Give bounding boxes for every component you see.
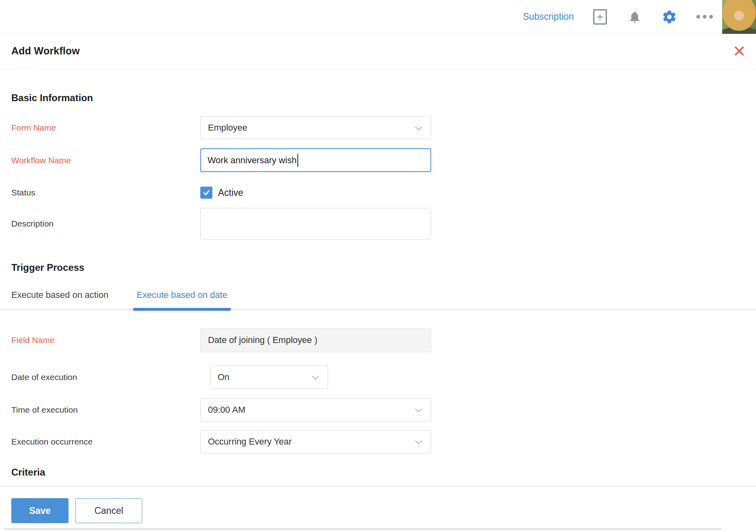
- workflow-name-input[interactable]: Work anniversary wish: [200, 148, 431, 172]
- execution-occurrence-label: Execution occurrence: [11, 437, 200, 447]
- form-name-label: Form Name: [11, 123, 200, 133]
- date-of-execution-label: Date of execution: [11, 372, 200, 382]
- text-caret: [297, 154, 298, 167]
- chevron-down-icon: [415, 437, 422, 444]
- basic-information-heading: Basic Information: [11, 69, 745, 104]
- page-title: Add Workflow: [11, 45, 80, 57]
- tab-execute-based-on-date[interactable]: Execute based on date: [137, 279, 227, 309]
- field-name-row: Field Name Date of joining ( Employee ): [11, 328, 745, 352]
- active-checkbox-label[interactable]: Active: [218, 187, 243, 198]
- form-name-select[interactable]: Employee: [200, 116, 431, 139]
- description-row: Description: [11, 208, 745, 239]
- more-icon[interactable]: [696, 15, 713, 19]
- active-checkbox[interactable]: [200, 187, 212, 199]
- form-name-value: Employee: [208, 123, 247, 133]
- field-name-label: Field Name: [11, 335, 200, 345]
- subscription-link[interactable]: Subscription: [523, 11, 574, 22]
- gear-icon[interactable]: [662, 9, 677, 25]
- close-icon: [734, 46, 745, 56]
- workflow-name-label: Workflow Name: [11, 156, 200, 165]
- modal-header: Add Workflow: [0, 34, 756, 69]
- chevron-down-icon: [312, 372, 319, 380]
- status-row: Status Active: [11, 187, 745, 199]
- workflow-name-value: Work anniversary wish: [208, 155, 297, 166]
- topbar: Subscription +: [0, 0, 756, 34]
- workflow-name-row: Workflow Name Work anniversary wish: [11, 148, 745, 172]
- active-tab-indicator: [133, 308, 231, 311]
- description-label: Description: [11, 219, 200, 229]
- criteria-heading: Criteria: [11, 466, 745, 478]
- date-of-execution-row: Date of execution On: [11, 366, 745, 389]
- time-of-execution-select[interactable]: 09:00 AM: [200, 398, 431, 422]
- date-of-execution-select[interactable]: On: [210, 366, 328, 389]
- trigger-fields: Field Name Date of joining ( Employee ) …: [11, 328, 745, 453]
- chevron-down-icon: [415, 123, 422, 130]
- cancel-button[interactable]: Cancel: [75, 498, 142, 523]
- bell-icon[interactable]: [628, 10, 642, 24]
- execution-occurrence-select[interactable]: Occurring Every Year: [200, 430, 431, 453]
- date-of-execution-value: On: [218, 372, 229, 382]
- trigger-process-heading: Trigger Process: [11, 262, 745, 274]
- chevron-down-icon: [415, 405, 422, 412]
- save-button[interactable]: Save: [11, 498, 69, 523]
- form-name-row: Form Name Employee: [11, 116, 745, 139]
- field-name-input: Date of joining ( Employee ): [200, 328, 431, 352]
- avatar[interactable]: [722, 0, 756, 34]
- footer: Save Cancel: [0, 486, 756, 532]
- add-square-icon[interactable]: +: [593, 9, 607, 25]
- form-content: Basic Information Form Name Employee Wor…: [0, 69, 756, 486]
- description-textarea[interactable]: [200, 208, 431, 239]
- close-button[interactable]: [734, 46, 745, 56]
- time-of-execution-label: Time of execution: [11, 405, 200, 415]
- checkmark-icon: [202, 189, 210, 197]
- trigger-tabs: Execute based on action Execute based on…: [0, 279, 756, 310]
- field-name-value: Date of joining ( Employee ): [208, 335, 317, 345]
- tab-label: Execute based on date: [137, 290, 227, 300]
- time-of-execution-row: Time of execution 09:00 AM: [11, 398, 745, 422]
- bottom-divider: [4, 528, 721, 530]
- tab-execute-based-on-action[interactable]: Execute based on action: [11, 279, 108, 309]
- execution-occurrence-value: Occurring Every Year: [208, 436, 292, 447]
- execution-occurrence-row: Execution occurrence Occurring Every Yea…: [11, 430, 745, 453]
- status-label: Status: [11, 188, 200, 197]
- time-of-execution-value: 09:00 AM: [208, 405, 245, 415]
